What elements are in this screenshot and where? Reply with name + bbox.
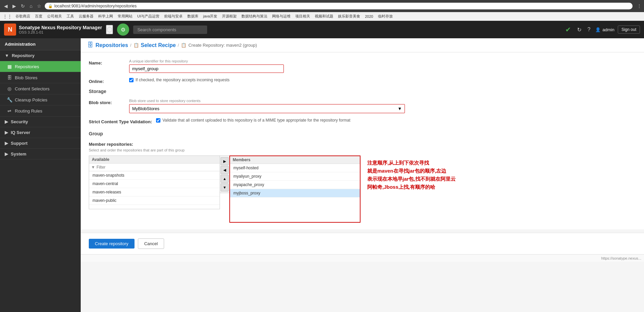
bookmark-item[interactable]: 云服务器 [77, 13, 95, 19]
bookmark-item[interactable]: 工具 [65, 13, 75, 19]
home-button[interactable]: ⌂ [28, 3, 34, 9]
list-item[interactable]: maven-snapshots [89, 171, 220, 180]
list-item[interactable]: maven-public [89, 196, 220, 205]
bookmark-item[interactable]: 百度 [34, 13, 44, 19]
bookmark-item[interactable]: 临时存放 [377, 13, 394, 19]
breadcrumb-select-recipe-link[interactable]: Select Recipe [141, 42, 176, 48]
status-url: https://sonatype.nexus... [601, 256, 641, 260]
header-icons: ✔ ↻ ? 👤 admin Sign out [564, 24, 640, 35]
chevron-right-icon-system: ▶ [5, 151, 8, 157]
move-up-button[interactable]: ▲ [221, 175, 229, 183]
bookmark-item[interactable]: 开源框架 [221, 13, 238, 19]
bookmark-item[interactable]: 数据库 [186, 13, 200, 19]
blob-store-select[interactable]: MyBlobStores ▼ [129, 104, 405, 113]
bookmark-item[interactable]: 公司相关 [46, 13, 63, 19]
move-right-button[interactable]: ▶ [221, 157, 229, 165]
member-items-list: myself-hostedmyaliyun_proxymyapache_prox… [230, 164, 360, 197]
url-bar[interactable]: 🔒 localhost:9081/#/admin/repository/repo… [45, 3, 633, 9]
sidebar-item-cleanup-policies[interactable]: 🔧 Cleanup Policies [0, 94, 81, 105]
form-container: Name: A unique identifier for this repos… [81, 52, 644, 229]
help-icon-btn[interactable]: ? [586, 25, 592, 34]
bookmark-item[interactable]: 科学上网 [97, 13, 114, 19]
available-items-list: maven-snapshotsmaven-centralmaven-releas… [89, 171, 220, 205]
bookmark-item[interactable]: 常用网站 [116, 13, 134, 19]
breadcrumb: 🗄 Repositories / 📋 Select Recipe / 📋 Cre… [81, 38, 644, 52]
move-down-button[interactable]: ▼ [221, 183, 229, 191]
bookmark-item[interactable]: 网络与运维 [271, 13, 292, 19]
blob-store-label: Blob store: [89, 99, 129, 105]
blob-store-value: MyBlobStores [132, 106, 159, 111]
back-button[interactable]: ◀ [3, 3, 9, 9]
bookmark-item[interactable]: 娱乐影音美食 [337, 13, 362, 19]
blob-stores-icon: 🗄 [7, 75, 12, 80]
breadcrumb-sep-2: / [178, 43, 179, 48]
reload-button[interactable]: ↻ [20, 3, 26, 9]
online-row: Online: If checked, the repository accep… [89, 78, 636, 84]
strict-validation-checkbox[interactable] [156, 118, 160, 123]
sidebar-group-security[interactable]: ▶ Security [0, 117, 81, 127]
signout-button[interactable]: Sign out [618, 26, 640, 34]
sidebar-item-blob-stores[interactable]: 🗄 Blob Stores [0, 72, 81, 83]
star-button[interactable]: ☆ [36, 3, 43, 9]
url-text: localhost:9081/#/admin/repository/reposi… [54, 4, 137, 8]
user-icon: 👤 [595, 27, 601, 32]
list-item[interactable]: myjboss_proxy [230, 189, 360, 197]
bookmark-item[interactable]: java开发 [202, 13, 219, 19]
sidebar-item-repositories[interactable]: ▦ Repositories [0, 61, 81, 72]
online-checkbox-row: If checked, the repository accepts incom… [129, 78, 636, 82]
breadcrumb-repositories-link[interactable]: Repositories [96, 42, 128, 48]
strict-validation-label: Strict Content Type Validation: [89, 118, 156, 124]
settings-icon-btn[interactable]: ⚙ [117, 24, 129, 36]
repositories-icon: ▦ [7, 64, 12, 69]
bookmark-item[interactable]: 数据结构与算法 [240, 13, 269, 19]
blob-store-hint: Blob store used to store repository cont… [129, 99, 636, 103]
sidebar-item-routing-rules[interactable]: ⇌ Routing Rules [0, 105, 81, 117]
sidebar-item-content-selectors[interactable]: ◎ Content Selectors [0, 83, 81, 94]
bookmark-item[interactable]: 前端与安卓 [163, 13, 184, 19]
cube-icon-btn[interactable]: ⬡ [106, 25, 113, 34]
chevron-down-icon: ▼ [5, 53, 9, 58]
app-logo: N Sonatype Nexus Repository Manager OSS … [4, 24, 102, 36]
check-icon-btn[interactable]: ✔ [564, 24, 572, 35]
bookmark-item[interactable]: UI与产品运营 [136, 13, 161, 19]
sidebar-group-system-label: System [11, 151, 26, 157]
sidebar-group-repository[interactable]: ▼ Repository [0, 50, 81, 61]
online-checkbox[interactable] [129, 78, 134, 82]
list-item[interactable]: maven-releases [89, 188, 220, 196]
bookmark-item[interactable]: 谷歌商店 [14, 13, 32, 19]
cleanup-policies-icon: 🔧 [7, 97, 12, 102]
list-item[interactable]: myaliyun_proxy [230, 172, 360, 181]
app-title-block: Sonatype Nexus Repository Manager OSS 3.… [19, 25, 102, 34]
list-arrows: ▶ ◀ ▲ ▼ [220, 155, 229, 193]
strict-validation-hint: Validate that all content uploaded to th… [162, 118, 350, 123]
move-left-button[interactable]: ◀ [221, 166, 229, 174]
sidebar-group-system[interactable]: ▶ System [0, 149, 81, 160]
sidebar-item-repositories-label: Repositories [15, 64, 39, 69]
administration-header: Administration [0, 38, 81, 50]
app-title-main: Sonatype Nexus Repository Manager [19, 25, 102, 30]
list-item[interactable]: maven-central [89, 180, 220, 188]
forward-button[interactable]: ▶ [11, 3, 17, 9]
bookmark-item[interactable]: 视频和试题 [313, 13, 335, 19]
name-input[interactable] [129, 64, 284, 73]
sidebar-item-cleanup-policies-label: Cleanup Policies [15, 97, 47, 102]
sidebar-group-support[interactable]: ▶ Support [0, 138, 81, 149]
members-wrapper: Members myself-hostedmyaliyun_proxymyapa… [229, 155, 361, 223]
name-label: Name: [89, 59, 129, 65]
sidebar-group-support-label: Support [11, 141, 28, 146]
filter-input[interactable] [97, 165, 218, 170]
storage-section-title: Storage [89, 89, 636, 95]
name-hint: A unique identifier for this repository [129, 59, 636, 63]
available-list-panel: Available ▼ maven-snapshotsmaven-central… [89, 155, 220, 209]
list-item[interactable]: myself-hosted [230, 164, 360, 172]
app-version: OSS 3.28.1-01 [19, 30, 102, 34]
bookmark-item[interactable]: 2020 [364, 14, 374, 19]
blob-store-field: Blob store used to store repository cont… [129, 99, 636, 113]
bookmark-item[interactable]: 项目相关 [294, 13, 311, 19]
list-item[interactable]: myapache_proxy [230, 181, 360, 189]
create-repository-button[interactable]: Create repository [89, 239, 135, 249]
refresh-icon-btn[interactable]: ↻ [576, 25, 583, 34]
cancel-button[interactable]: Cancel [138, 238, 164, 249]
search-input[interactable] [133, 26, 207, 34]
sidebar-group-iq-server[interactable]: ▶ IQ Server [0, 127, 81, 138]
